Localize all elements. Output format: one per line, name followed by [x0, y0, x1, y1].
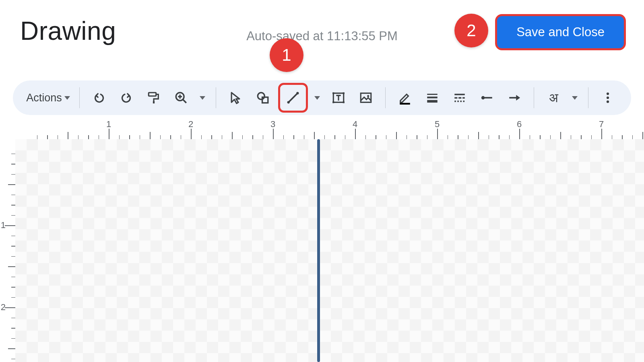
ruler-tick: [263, 135, 264, 139]
more-options-button[interactable]: [596, 86, 620, 110]
ruler-tick: [11, 277, 15, 278]
ruler-number: 6: [517, 119, 522, 130]
shapes-icon: [256, 91, 270, 105]
ruler-tick: [11, 359, 15, 360]
svg-rect-23: [454, 97, 457, 99]
ruler-tick: [273, 129, 274, 139]
more-vertical-icon: [601, 91, 615, 105]
ruler-number: 1: [106, 119, 111, 130]
svg-point-9: [287, 101, 290, 103]
line-dash-button[interactable]: [448, 86, 472, 110]
ruler-tick: [458, 135, 458, 139]
ruler-tick: [88, 135, 89, 139]
toolbar-separator: [534, 87, 534, 108]
ruler-tick: [5, 307, 15, 308]
svg-point-33: [607, 93, 609, 95]
insert-image-button[interactable]: [354, 86, 378, 110]
ruler-tick: [8, 266, 15, 267]
toolbar-separator: [385, 87, 386, 108]
ruler-tick: [550, 135, 551, 139]
line-tool-dropdown-button[interactable]: [311, 86, 323, 110]
line-weight-button[interactable]: [420, 86, 444, 110]
input-language-dropdown-button[interactable]: [569, 86, 581, 110]
chevron-down-icon: [572, 96, 578, 100]
line-end-button[interactable]: [502, 86, 526, 110]
ruler-tick: [386, 135, 387, 139]
ruler-tick: [191, 129, 192, 139]
ruler-tick: [11, 205, 15, 206]
ruler-tick: [540, 135, 541, 139]
ruler-tick: [58, 135, 58, 139]
svg-point-6: [258, 93, 264, 99]
zoom-button[interactable]: [169, 86, 193, 110]
text-box-button[interactable]: [326, 86, 351, 110]
chevron-down-icon: [314, 96, 320, 100]
ruler-number: 7: [599, 119, 604, 130]
redo-button[interactable]: [114, 86, 138, 110]
zoom-dropdown-button[interactable]: [196, 86, 208, 110]
ruler-tick: [591, 135, 592, 139]
language-glyph: अ: [549, 90, 558, 105]
line-color-button[interactable]: [393, 86, 417, 110]
line-start-icon: [480, 91, 494, 105]
input-language-button[interactable]: अ: [541, 86, 566, 110]
ruler-tick: [468, 135, 469, 139]
svg-rect-18: [400, 103, 410, 105]
shape-tool-button[interactable]: [251, 86, 275, 110]
ruler-tick: [140, 135, 140, 139]
redo-icon: [120, 91, 133, 105]
svg-rect-1: [153, 101, 155, 104]
svg-rect-21: [427, 100, 438, 103]
ruler-tick: [211, 135, 212, 139]
paint-format-button[interactable]: [142, 86, 166, 110]
svg-rect-25: [462, 97, 465, 99]
ruler-tick: [345, 135, 346, 139]
ruler-tick: [170, 135, 171, 139]
drawing-canvas[interactable]: [15, 139, 644, 362]
ruler-tick: [11, 328, 15, 329]
ruler-tick: [11, 174, 15, 175]
ruler-tick: [150, 132, 151, 139]
ruler-tick: [499, 135, 500, 139]
ruler-tick: [11, 246, 15, 247]
ruler-number: 2: [1, 302, 6, 313]
undo-button[interactable]: [87, 86, 111, 110]
ruler-tick: [509, 135, 510, 139]
ruler-number: 2: [188, 119, 193, 130]
toolbar-separator: [216, 87, 216, 108]
ruler-tick: [99, 135, 99, 139]
ruler-tick: [448, 135, 448, 139]
svg-point-17: [367, 95, 369, 97]
svg-rect-13: [343, 93, 345, 94]
line-start-button[interactable]: [475, 86, 499, 110]
save-and-close-button[interactable]: Save and Close: [497, 16, 624, 48]
textbox-icon: [332, 91, 345, 105]
ruler-tick: [324, 135, 325, 139]
ruler-tick: [8, 184, 15, 185]
ruler-tick: [78, 135, 79, 139]
svg-rect-22: [454, 94, 465, 95]
select-tool-button[interactable]: [223, 86, 248, 110]
ruler-number: 3: [270, 119, 275, 130]
horizontal-ruler[interactable]: 1234567: [15, 120, 644, 139]
svg-rect-19: [427, 94, 438, 95]
ruler-tick: [252, 135, 253, 139]
cursor-icon: [229, 91, 242, 105]
vertical-ruler[interactable]: 12: [0, 139, 15, 362]
ruler-tick: [571, 135, 572, 139]
autosave-status: Auto-saved at 11:13:55 PM: [246, 29, 398, 43]
ruler-tick: [334, 135, 335, 139]
actions-label: Actions: [26, 92, 62, 104]
line-tool-button[interactable]: [281, 86, 305, 110]
actions-menu-button[interactable]: Actions: [24, 86, 72, 110]
ruler-tick: [181, 135, 182, 139]
ruler-tick: [407, 135, 407, 139]
ruler-tick: [5, 225, 15, 226]
ruler-tick: [11, 195, 15, 195]
ruler-tick: [581, 135, 582, 139]
ruler-tick: [11, 297, 15, 298]
drawing-dialog: Drawing Auto-saved at 11:13:55 PM Save a…: [0, 0, 644, 362]
drawn-vertical-line[interactable]: [317, 139, 320, 362]
paint-roller-icon: [147, 91, 161, 105]
svg-rect-0: [149, 93, 156, 96]
